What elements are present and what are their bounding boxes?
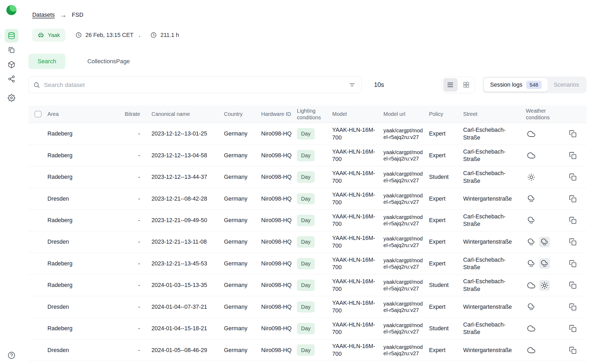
table-row[interactable]: Dresden-2023-12-21--13-11-08GermanyNiro0… <box>28 231 587 253</box>
toolbar: 10s Session logs 548 Scenarios <box>28 77 587 93</box>
cell-canonical-name: 2023-12-12--13-01-25 <box>151 123 224 145</box>
cell-street: Carl-Eschebach-Straße <box>463 210 526 231</box>
box-icon <box>8 61 15 69</box>
dataset-meta-row: Yaak 26 Feb, 13:15 CET . 211.1 h <box>32 29 587 42</box>
copy-icon <box>569 281 577 289</box>
copy-icon <box>569 346 577 354</box>
copy-button[interactable] <box>568 323 578 334</box>
table-row[interactable]: Dresden-2024-01-04--07-37-21GermanyNiro0… <box>28 296 587 318</box>
cell-weather-conditions <box>526 188 562 209</box>
lighting-badge: Day <box>297 215 315 226</box>
sidebar-item-models[interactable] <box>5 58 18 71</box>
cell-hardware-id: Niro098-HQ <box>261 123 297 145</box>
breadcrumb: Datasets → FSD <box>32 11 587 19</box>
cell-area: Radeberg <box>48 210 124 231</box>
cell-actions <box>562 166 587 188</box>
breadcrumb-datasets-link[interactable]: Datasets <box>32 12 54 18</box>
copy-icon <box>569 130 577 138</box>
table-row[interactable]: Radeberg-2023-12-21--13-45-53GermanyNiro… <box>28 253 587 274</box>
table-row[interactable]: Radeberg-2024-01-03--15-13-35GermanyNiro… <box>28 274 587 296</box>
cell-canonical-name: 2023-12-12--13-44-37 <box>151 166 224 188</box>
lighting-badge: Day <box>297 280 315 291</box>
sidebar-item-collections[interactable] <box>5 43 18 57</box>
copy-button[interactable] <box>568 150 578 161</box>
cell-hardware-id: Niro098-HQ <box>261 253 297 274</box>
cell-weather-conditions <box>526 231 562 253</box>
tab-bar: Search CollectionsPage <box>28 54 587 69</box>
table-row[interactable]: Radeberg-2023-12-12--13-01-25GermanyNiro… <box>28 123 587 145</box>
filter-button[interactable] <box>347 80 357 90</box>
cell-actions <box>562 145 587 166</box>
cell-canonical-name: 2024-01-05--08-46-29 <box>151 339 224 361</box>
copy-button[interactable] <box>568 215 578 226</box>
grid-view-button[interactable] <box>459 78 474 92</box>
database-icon <box>8 32 15 40</box>
cell-canonical-name: 2023-12-21--13-45-53 <box>151 253 224 274</box>
copy-button[interactable] <box>568 129 578 139</box>
table-header-row: AreaBitrateCanonical nameCountryHardware… <box>28 105 587 123</box>
cell-model: YAAK-HLN-16M-700 <box>332 296 384 318</box>
copy-button[interactable] <box>568 302 578 312</box>
table-row[interactable]: Radeberg-2024-01-04--15-18-21GermanyNiro… <box>28 318 587 339</box>
table-row[interactable]: Dresden-2023-12-21--08-42-28GermanyNiro0… <box>28 188 587 209</box>
session-logs-button[interactable]: Session logs 548 <box>484 78 547 92</box>
copy-button[interactable] <box>568 172 578 183</box>
column-header-hardware-id: Hardware ID <box>261 105 297 123</box>
cell-area: Radeberg <box>48 318 124 339</box>
cell-model-url: yaak/cargpt/model-r5ajq2ru:v27 <box>384 145 429 166</box>
dataset-badge[interactable]: Yaak <box>32 29 65 42</box>
copy-button[interactable] <box>568 280 578 291</box>
cell-lighting-conditions: Day <box>297 210 332 231</box>
segment-duration[interactable]: 10s <box>374 81 384 88</box>
help-button[interactable] <box>5 348 18 362</box>
cell-street: Wintergartenstraße <box>463 231 526 253</box>
sidebar-item-datasets[interactable] <box>5 29 18 43</box>
sidebar-item-settings[interactable] <box>5 91 18 105</box>
cell-policy: Expert <box>429 296 463 318</box>
column-header-weather-conditions: Weather conditions <box>526 105 562 123</box>
cell-policy: Expert <box>429 210 463 231</box>
cell-bitrate: - <box>123 253 151 274</box>
copy-button[interactable] <box>568 345 578 355</box>
cell-canonical-name: 2024-01-03--15-13-35 <box>151 274 224 296</box>
total-duration-item: 211.1 h <box>150 32 179 39</box>
car-icon <box>37 32 44 39</box>
recorded-at-item: 26 Feb, 13:15 CET <box>75 32 133 39</box>
cell-street: Wintergartenstraße <box>463 188 526 209</box>
table-row[interactable]: Radeberg-2023-12-12--13-44-37GermanyNiro… <box>28 166 587 188</box>
weather-rain-icon <box>539 237 550 247</box>
copy-icon <box>569 325 577 332</box>
cell-lighting-conditions: Day <box>297 231 332 253</box>
sidebar-item-workflows[interactable] <box>5 72 18 86</box>
copy-button[interactable] <box>568 258 578 269</box>
app-logo[interactable] <box>6 5 17 15</box>
copy-icon <box>569 238 577 246</box>
scenarios-button[interactable]: Scenarios <box>548 78 585 92</box>
table-row[interactable]: Radeberg-2023-12-12--13-04-58GermanyNiro… <box>28 145 587 166</box>
list-view-button[interactable] <box>443 78 458 92</box>
lighting-badge: Day <box>297 193 315 205</box>
select-all-checkbox[interactable] <box>35 111 41 118</box>
mode-switch: Session logs 548 Scenarios <box>483 77 587 93</box>
cell-actions <box>562 253 587 274</box>
cell-model: YAAK-HLN-16M-700 <box>332 123 384 145</box>
cell-area: Radeberg <box>48 274 124 296</box>
row-select-cell <box>28 166 47 188</box>
tab-search[interactable]: Search <box>28 54 65 69</box>
cell-actions <box>562 188 587 209</box>
copy-button[interactable] <box>568 193 578 204</box>
table-row[interactable]: Dresden-2024-01-05--08-46-29GermanyNiro0… <box>28 339 587 361</box>
cell-lighting-conditions: Day <box>297 166 332 188</box>
tab-collections-page[interactable]: CollectionsPage <box>78 54 139 69</box>
column-header-lighting-conditions: Lighting conditions <box>297 105 332 123</box>
search-input[interactable] <box>44 81 343 88</box>
column-header-model: Model <box>332 105 384 123</box>
copy-button[interactable] <box>568 237 578 247</box>
session-logs-label: Session logs <box>490 82 522 88</box>
cell-policy: Expert <box>429 253 463 274</box>
copy-icon <box>569 195 577 203</box>
cell-hardware-id: Niro098-HQ <box>261 339 297 361</box>
table-row[interactable]: Radeberg-2023-12-21--09-49-50GermanyNiro… <box>28 210 587 231</box>
cell-canonical-name: 2023-12-21--09-49-50 <box>151 210 224 231</box>
cell-canonical-name: 2023-12-21--08-42-28 <box>151 188 224 209</box>
